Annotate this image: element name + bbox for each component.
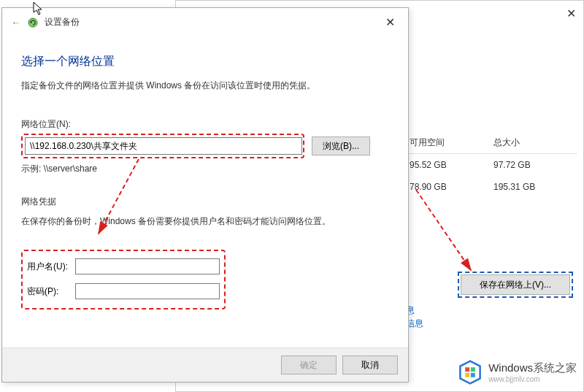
col-free-space: 可用空间 — [410, 137, 493, 149]
dialog-header: ← 设置备份 ✕ — [2, 8, 408, 36]
dialog-footer: 确定 取消 — [2, 347, 408, 382]
cancel-button[interactable]: 取消 — [342, 356, 398, 374]
dialog-body: 选择一个网络位置 指定备份文件的网络位置并提供 Windows 备份在访问该位置… — [2, 36, 408, 318]
cell-total: 97.72 GB — [493, 160, 577, 170]
svg-point-0 — [28, 18, 37, 27]
credentials-heading: 网络凭据 — [21, 196, 389, 208]
close-icon[interactable]: ✕ — [381, 15, 399, 29]
setup-backup-dialog: ← 设置备份 ✕ 选择一个网络位置 指定备份文件的网络位置并提供 Windows… — [1, 7, 409, 383]
save-on-network-button[interactable]: 保存在网络上(V)... — [461, 274, 570, 295]
highlight-box — [21, 134, 304, 158]
network-location-label: 网络位置(N): — [21, 118, 389, 131]
password-input[interactable] — [75, 283, 220, 299]
username-label: 用户名(U): — [27, 261, 71, 273]
col-total-size: 总大小 — [493, 137, 577, 149]
back-arrow-icon[interactable]: ← — [11, 17, 21, 28]
watermark-url: www.bjjmlv.com — [488, 375, 577, 383]
credentials-description: 在保存你的备份时，Windows 备份需要你提供用户名和密码才能访问网络位置。 — [21, 215, 389, 228]
browse-button[interactable]: 浏览(B)... — [312, 137, 370, 155]
description-text: 指定备份文件的网络位置并提供 Windows 备份在访问该位置时使用的凭据。 — [21, 80, 389, 92]
close-icon[interactable]: ✕ — [566, 7, 576, 20]
svg-rect-5 — [465, 373, 469, 377]
drive-table: 可用空间 总大小 95.52 GB 97.72 GB 78.90 GB 195.… — [410, 132, 577, 198]
svg-rect-4 — [471, 367, 475, 372]
table-header: 可用空间 总大小 — [410, 132, 577, 154]
ok-button[interactable]: 确定 — [281, 356, 337, 374]
dialog-title: 设置备份 — [45, 16, 80, 28]
network-location-input[interactable] — [25, 137, 302, 155]
cell-free: 78.90 GB — [410, 182, 493, 192]
username-input[interactable] — [75, 258, 220, 274]
watermark-title: Windows系统之家 — [488, 361, 577, 375]
table-row[interactable]: 78.90 GB 195.31 GB — [410, 176, 577, 198]
table-row[interactable]: 95.52 GB 97.72 GB — [410, 154, 577, 176]
example-text: 示例: \\server\share — [21, 163, 389, 175]
password-label: 密码(P): — [27, 285, 71, 298]
svg-rect-3 — [465, 367, 469, 372]
watermark: Windows系统之家 www.bjjmlv.com — [458, 360, 577, 385]
cell-total: 195.31 GB — [493, 182, 577, 192]
cell-free: 95.52 GB — [410, 160, 493, 170]
svg-rect-6 — [471, 373, 475, 377]
windows-logo-icon — [458, 360, 483, 385]
backup-icon — [27, 17, 39, 28]
page-heading: 选择一个网络位置 — [21, 54, 389, 69]
highlight-box: 用户名(U): 密码(P): — [21, 250, 226, 310]
